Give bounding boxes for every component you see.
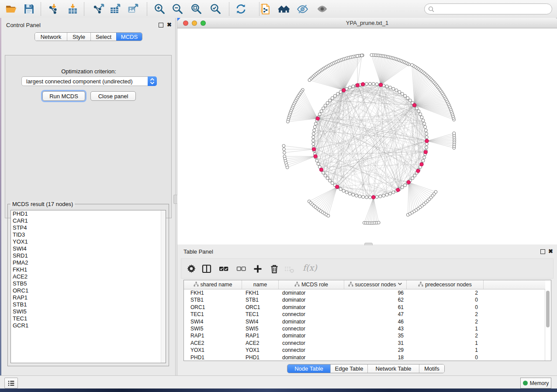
- cell-predecessor-nodes[interactable]: 1: [407, 347, 484, 354]
- cell-successor-nodes[interactable]: 35: [344, 332, 407, 340]
- ring-node[interactable]: [326, 101, 329, 104]
- cell-shared-name[interactable]: FKH1: [184, 289, 242, 297]
- cell-name[interactable]: SWI4: [242, 318, 279, 326]
- ring-node[interactable]: [419, 113, 422, 116]
- ring-node[interactable]: [423, 122, 426, 125]
- ring-node[interactable]: [425, 136, 428, 139]
- cell-shared-name[interactable]: PHD1: [184, 354, 242, 361]
- tab-motifs[interactable]: Motifs: [419, 364, 444, 373]
- leaf-node[interactable]: [286, 166, 289, 169]
- export-table-icon[interactable]: [109, 3, 121, 15]
- cell-shared-name[interactable]: ACE2: [184, 340, 242, 347]
- ring-node[interactable]: [313, 129, 316, 132]
- mcds-result-item[interactable]: PMA2: [11, 259, 166, 266]
- cell-predecessor-nodes[interactable]: 2: [407, 332, 484, 340]
- leaf-node[interactable]: [360, 54, 363, 57]
- close-panel-icon[interactable]: ✖: [167, 22, 172, 27]
- ring-node[interactable]: [382, 194, 385, 197]
- ring-node[interactable]: [331, 96, 334, 100]
- table-row[interactable]: STB1STB1dominator620: [184, 296, 545, 304]
- cell-MCDS-role[interactable]: connector: [279, 325, 344, 333]
- ring-node[interactable]: [375, 83, 378, 86]
- mcds-result-item[interactable]: ACE2: [11, 273, 166, 280]
- table-row[interactable]: SWI4SWI4dominator462: [184, 318, 545, 326]
- cell-shared-name[interactable]: YOX1: [184, 347, 242, 354]
- cell-predecessor-nodes[interactable]: 0: [407, 304, 484, 311]
- cell-predecessor-nodes[interactable]: 2: [407, 311, 484, 318]
- leaf-node[interactable]: [411, 63, 414, 66]
- table-scrollbar[interactable]: [545, 289, 551, 361]
- cell-predecessor-nodes[interactable]: 0: [407, 354, 484, 361]
- ring-node[interactable]: [406, 96, 409, 100]
- cell-successor-nodes[interactable]: 61: [344, 304, 407, 311]
- mcds-hub-node[interactable]: [312, 148, 315, 151]
- ring-node[interactable]: [365, 196, 368, 199]
- ring-node[interactable]: [417, 110, 420, 113]
- leaf-node[interactable]: [453, 132, 456, 135]
- tab-network-table[interactable]: Network Table: [367, 364, 419, 373]
- leaf-node[interactable]: [282, 144, 285, 148]
- column-header-MCDS-role[interactable]: MCDS role: [279, 280, 344, 289]
- share-document-icon[interactable]: [259, 3, 271, 15]
- mcds-result-item[interactable]: SWI4: [11, 245, 166, 252]
- close-window-icon[interactable]: [183, 21, 188, 26]
- mcds-result-item[interactable]: TID3: [11, 231, 166, 238]
- ring-node[interactable]: [369, 196, 372, 199]
- select-all-checkboxes-icon[interactable]: [218, 264, 229, 274]
- ring-node[interactable]: [420, 116, 423, 119]
- ring-node[interactable]: [413, 174, 416, 177]
- delete-column-icon[interactable]: [269, 264, 280, 274]
- mcds-hub-node[interactable]: [396, 188, 400, 192]
- mcds-result-item[interactable]: YOX1: [11, 238, 166, 245]
- ring-node[interactable]: [401, 186, 404, 189]
- cell-shared-name[interactable]: SWI5: [184, 325, 242, 333]
- table-scrollbar-thumb[interactable]: [546, 291, 550, 327]
- network-window-titlebar[interactable]: YPA_prune.txt_1: [177, 18, 557, 28]
- cell-shared-name[interactable]: STB1: [184, 296, 242, 304]
- ring-node[interactable]: [375, 196, 378, 199]
- cell-shared-name[interactable]: SWI4: [184, 318, 242, 326]
- leaf-node[interactable]: [370, 54, 373, 57]
- ring-node[interactable]: [389, 86, 392, 89]
- mcds-hub-node[interactable]: [425, 139, 429, 143]
- leaf-node[interactable]: [434, 190, 437, 193]
- tab-node-table[interactable]: Node Table: [287, 364, 330, 373]
- float-panel-icon[interactable]: [159, 23, 163, 28]
- mcds-result-list[interactable]: PHD1CAR1STP4TID3YOX1SWI4SRD1PMA2FKH1ACE2…: [10, 210, 166, 363]
- panel-list-button[interactable]: [4, 378, 18, 389]
- ring-node[interactable]: [333, 94, 336, 97]
- cell-successor-nodes[interactable]: 96: [344, 289, 407, 297]
- column-header-successor-nodes[interactable]: successor nodes: [344, 280, 407, 289]
- zoom-in-icon[interactable]: [154, 3, 166, 15]
- tab-mcds[interactable]: MCDS: [116, 33, 142, 41]
- cell-MCDS-role[interactable]: dominator: [279, 354, 344, 361]
- cell-predecessor-nodes[interactable]: 1: [407, 325, 484, 333]
- cell-MCDS-role[interactable]: dominator: [279, 304, 344, 311]
- mcds-hub-node[interactable]: [424, 150, 427, 154]
- add-column-icon[interactable]: [253, 264, 263, 274]
- mcds-result-item[interactable]: CAR1: [11, 217, 166, 224]
- hide-eye-icon[interactable]: [297, 3, 308, 15]
- ring-node[interactable]: [324, 104, 327, 107]
- cell-MCDS-role[interactable]: connector: [279, 340, 344, 347]
- cell-successor-nodes[interactable]: 18: [344, 354, 407, 361]
- leaf-node[interactable]: [287, 120, 290, 123]
- ring-node[interactable]: [348, 192, 351, 195]
- tab-select[interactable]: Select: [90, 33, 116, 41]
- cell-name[interactable]: FKH1: [242, 289, 279, 297]
- ring-node[interactable]: [411, 177, 414, 180]
- deselect-all-checkboxes-icon[interactable]: [236, 264, 246, 274]
- ring-node[interactable]: [408, 99, 412, 102]
- cell-MCDS-role[interactable]: dominator: [279, 332, 344, 340]
- cell-name[interactable]: ORC1: [242, 304, 279, 311]
- ring-node[interactable]: [314, 122, 317, 125]
- ring-node[interactable]: [342, 189, 345, 193]
- ring-node[interactable]: [352, 193, 355, 196]
- ring-node[interactable]: [345, 191, 348, 194]
- mcds-hub-node[interactable]: [413, 103, 416, 107]
- cell-successor-nodes[interactable]: 62: [344, 296, 407, 304]
- ring-node[interactable]: [331, 182, 334, 185]
- import-table-icon[interactable]: [67, 3, 79, 15]
- ring-node[interactable]: [389, 192, 392, 195]
- ring-node[interactable]: [422, 159, 425, 162]
